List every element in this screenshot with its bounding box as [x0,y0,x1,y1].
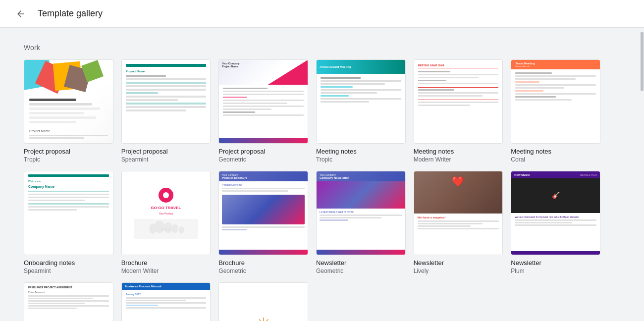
template-card-project-geometric[interactable]: Your CompanyProject Name [218,59,308,163]
template-thumbnail: Your Company Product Brochure Product Ov… [218,171,308,255]
line [321,80,401,82]
tropic-text [24,95,113,129]
spear-header [126,64,207,67]
line [418,105,471,106]
template-thumbnail: Your Company Company Newsletter LATEST D… [316,171,406,255]
line [28,298,93,299]
line [28,300,109,302]
template-sub: Tropic [24,156,113,163]
line [321,92,377,94]
template-name: Newsletter [414,259,503,267]
back-button[interactable] [12,5,30,23]
template-card-bottom-3[interactable]: ✳ [218,282,308,321]
line [126,99,178,101]
template-card-bottom-1[interactable]: Freelance Project Agreement Project Agre… [24,282,113,321]
divider [418,100,499,100]
coral-sub: Meeting Agenda [515,65,596,67]
line [418,225,471,227]
line [418,89,454,91]
line [515,219,596,221]
mm-meeting-name: MEETING NAME 09/04 [418,64,499,67]
line [320,219,348,221]
line [418,220,499,222]
bm-brand-name: GO·GO TRAVEL [151,206,181,210]
line [320,217,381,218]
line [418,102,499,103]
line [223,114,304,116]
template-card-meeting-coral[interactable]: Team Meeting Meeting Agenda [511,59,600,163]
template-card-newsletter-geometric[interactable]: Your Company Company Newsletter LATEST D… [316,171,406,274]
line [418,223,483,224]
template-thumbnail: Team Meeting Meeting Agenda [511,59,600,144]
line [126,85,207,87]
line [28,305,109,307]
tropic-shapes [24,60,113,95]
line [321,95,349,97]
line [418,95,483,97]
b2-date: January 2022 [126,293,207,296]
template-card-onboarding[interactable]: Welcome to Company Name Onboarding notes… [24,171,113,274]
line [223,103,287,104]
line [515,90,543,92]
scrollbar[interactable] [640,28,644,321]
mt-header: Annual Board Meeting [317,60,405,74]
line [222,188,305,189]
template-thumbnail: Welcome to Company Name [24,171,113,255]
template-card-meeting-tropic[interactable]: Annual Board Meeting Meeting [316,59,406,163]
template-thumbnail: New Music NEWSLETTER 🎸 We are nominated … [511,171,600,255]
template-name: Onboarding notes [24,259,113,267]
line [418,74,499,75]
nlg-bottom-bar [317,250,405,255]
line [515,222,572,223]
main-content: Work Proje [0,28,624,321]
ob-welcome: Welcome to [28,180,109,183]
nlp-guitar-icon: 🎸 [552,192,560,200]
nlp-guitar-img: 🎸 [511,178,600,213]
line [223,88,267,89]
template-row-2: Welcome to Company Name Onboarding notes… [24,171,600,274]
line [515,99,572,101]
line [28,200,85,201]
line [320,214,402,216]
line [28,303,85,304]
line [28,191,109,192]
template-card-newsletter-plum[interactable]: New Music NEWSLETTER 🎸 We are nominated … [511,171,600,274]
line [126,103,207,105]
template-card-meeting-modern[interactable]: MEETING NAME 09/04 Meeting notes [414,59,503,163]
template-name: Project proposal [24,148,113,155]
bm-logo-circle [159,188,173,203]
b2-header-text: Business Process Manual [125,285,208,288]
template-card-bottom-2[interactable]: Business Process Manual January 2022 [121,282,211,321]
line [515,72,551,74]
template-card-brochure-geometric[interactable]: Your Company Product Brochure Product Ov… [218,171,308,274]
line [223,106,304,107]
nll-img-container: ❤️ [414,171,503,214]
line [418,92,499,94]
line [222,229,247,230]
template-sub: Spearmint [121,156,211,163]
geo-accent [268,60,308,85]
template-card-brochure-modern[interactable]: GO·GO TRAVEL Your Product ⋯ Broch [121,171,211,274]
line [321,83,385,85]
line [126,109,186,111]
template-card-project-tropic[interactable]: Project Name Project proposal Tropic [24,59,113,163]
line [126,92,158,94]
template-sub: Geometric [218,268,308,274]
line [28,194,109,195]
template-name: Project proposal [218,148,308,155]
line [418,228,499,229]
line [126,82,207,84]
line [223,94,304,95]
template-thumbnail: ✳ [218,282,308,321]
scrollbar-thumb[interactable] [641,32,644,91]
template-sub: Tropic [316,156,406,163]
template-thumbnail: GO·GO TRAVEL Your Product ⋯ [121,171,211,255]
template-name: Meeting notes [511,148,600,155]
line [418,77,479,78]
line [515,96,555,98]
line [28,209,77,211]
line [515,224,596,226]
template-card-newsletter-lively[interactable]: ❤️ We have a surprise! Newsletter Lively [414,171,503,274]
line [515,75,596,77]
template-card-project-spearmint[interactable]: Project Name Project proposal Spearmint [121,59,211,163]
